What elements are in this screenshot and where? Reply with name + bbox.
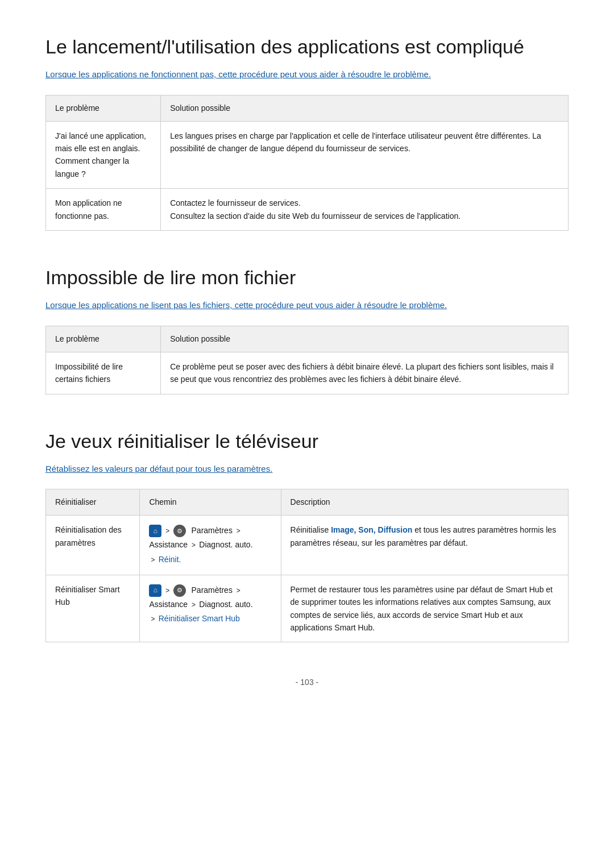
reset-text-1: Réinitialisation des paramètres xyxy=(55,525,122,547)
problem-cell-1: J'ai lancé une application, mais elle es… xyxy=(46,121,161,189)
section-fichier: Impossible de lire mon fichier Lorsque l… xyxy=(45,265,569,394)
path-parametres-1: Paramètres xyxy=(192,526,233,535)
section-reinitialiser: Je veux réinitialiser le téléviseur Réta… xyxy=(45,429,569,643)
problem-cell-2: Mon application ne fonctionne pas. xyxy=(46,189,161,231)
arrow-8: > xyxy=(237,587,240,595)
path-cell-2: ⌂ > ⚙ Paramètres > Assistance > Diagnost… xyxy=(140,575,281,642)
col-path-header: Chemin xyxy=(140,489,281,516)
arrow-1: > xyxy=(165,527,171,535)
path-parametres-2: Paramètres xyxy=(192,585,233,595)
page-footer: - 103 - xyxy=(45,676,569,688)
reset-text-2: Réinitialiser Smart Hub xyxy=(55,585,120,607)
solution-text-line2: Consultez la section d'aide du site Web … xyxy=(170,211,460,221)
section2-subtitle: Lorsque les applications ne lisent pas l… xyxy=(45,299,569,312)
arrow-9: > xyxy=(192,601,197,609)
path-assistance-1: Assistance xyxy=(149,540,188,549)
gear-icon-1: ⚙ xyxy=(173,525,186,537)
problem-cell-3: Impossibilité de lire certains fichiers xyxy=(46,352,161,394)
table-header-row: Le problème Solution possible xyxy=(46,95,569,121)
reset-cell-2: Réinitialiser Smart Hub xyxy=(46,575,140,642)
home-icon-1: ⌂ xyxy=(149,525,161,537)
section-applications: Le lancement/l'utilisation des applicati… xyxy=(45,34,569,231)
problem-text-1: J'ai lancé une application, mais elle es… xyxy=(55,131,146,178)
table-row: Réinitialiser Smart Hub ⌂ > ⚙ Paramètres… xyxy=(46,575,569,642)
path-cell-1: ⌂ > ⚙ Paramètres > Assistance > Diagnost… xyxy=(140,516,281,575)
solution-cell-1: Les langues prises en charge par l'appli… xyxy=(161,121,569,189)
desc-text-2: Permet de restaurer tous les paramètres … xyxy=(291,585,553,632)
section1-subtitle: Lorsque les applications ne fonctionnent… xyxy=(45,68,569,81)
section2-table: Le problème Solution possible Impossibil… xyxy=(45,326,569,394)
gear-icon-2: ⚙ xyxy=(173,584,186,597)
solution-text-3: Ce problème peut se poser avec des fichi… xyxy=(170,362,554,384)
section3-title: Je veux réinitialiser le téléviseur xyxy=(45,429,569,454)
col-solution-header-2: Solution possible xyxy=(161,326,569,352)
arrow-10: > xyxy=(151,615,156,623)
solution-cell-2: Contactez le fournisseur de services. Co… xyxy=(161,189,569,231)
path-smarthub-1: Réinitialiser Smart Hub xyxy=(159,614,240,623)
section3-table: Réinitialiser Chemin Description Réiniti… xyxy=(45,489,569,642)
col-problem-header-2: Le problème xyxy=(46,326,161,352)
page-number: - 103 - xyxy=(296,678,318,687)
section1-title: Le lancement/l'utilisation des applicati… xyxy=(45,34,569,59)
path-container-2: ⌂ > ⚙ Paramètres > Assistance > Diagnost… xyxy=(149,583,271,626)
solution-text-line1: Contactez le fournisseur de services. xyxy=(170,198,301,207)
arrow-5: > xyxy=(151,556,156,564)
desc-highlight-1: Image, Son, Diffusion xyxy=(331,525,412,534)
table-row: Réinitialisation des paramètres ⌂ > ⚙ Pa… xyxy=(46,516,569,575)
desc-pre-1: Réinitialise xyxy=(291,525,331,534)
col-description-header: Description xyxy=(281,489,568,516)
path-assistance-2: Assistance xyxy=(149,600,188,609)
col-problem-header: Le problème xyxy=(46,95,161,121)
section2-title: Impossible de lire mon fichier xyxy=(45,265,569,290)
table-row: Mon application ne fonctionne pas. Conta… xyxy=(46,189,569,231)
section3-subtitle: Rétablissez les valeurs par défaut pour … xyxy=(45,463,569,476)
arrow-4: > xyxy=(192,541,197,549)
table-row: Impossibilité de lire certains fichiers … xyxy=(46,352,569,394)
col-solution-header: Solution possible xyxy=(161,95,569,121)
desc-cell-2: Permet de restaurer tous les paramètres … xyxy=(281,575,568,642)
arrow-6: > xyxy=(165,587,171,595)
problem-text-3: Impossibilité de lire certains fichiers xyxy=(55,362,123,384)
reset-cell-1: Réinitialisation des paramètres xyxy=(46,516,140,575)
path-container-1: ⌂ > ⚙ Paramètres > Assistance > Diagnost… xyxy=(149,524,271,567)
path-diagnost-1: Diagnost. auto. xyxy=(199,540,252,549)
solution-text-1: Les langues prises en charge par l'appli… xyxy=(170,131,541,153)
solution-cell-3: Ce problème peut se poser avec des fichi… xyxy=(161,352,569,394)
arrow-3: > xyxy=(237,527,240,535)
table-header-row: Réinitialiser Chemin Description xyxy=(46,489,569,516)
path-reinit-1: Réinit. xyxy=(159,555,181,564)
col-reset-header: Réinitialiser xyxy=(46,489,140,516)
desc-cell-1: Réinitialise Image, Son, Diffusion et to… xyxy=(281,516,568,575)
path-diagnost-2: Diagnost. auto. xyxy=(199,600,252,609)
table-row: J'ai lancé une application, mais elle es… xyxy=(46,121,569,189)
problem-text-2: Mon application ne fonctionne pas. xyxy=(55,198,122,220)
section1-table: Le problème Solution possible J'ai lancé… xyxy=(45,95,569,231)
home-icon-2: ⌂ xyxy=(149,584,161,597)
table-header-row: Le problème Solution possible xyxy=(46,326,569,352)
